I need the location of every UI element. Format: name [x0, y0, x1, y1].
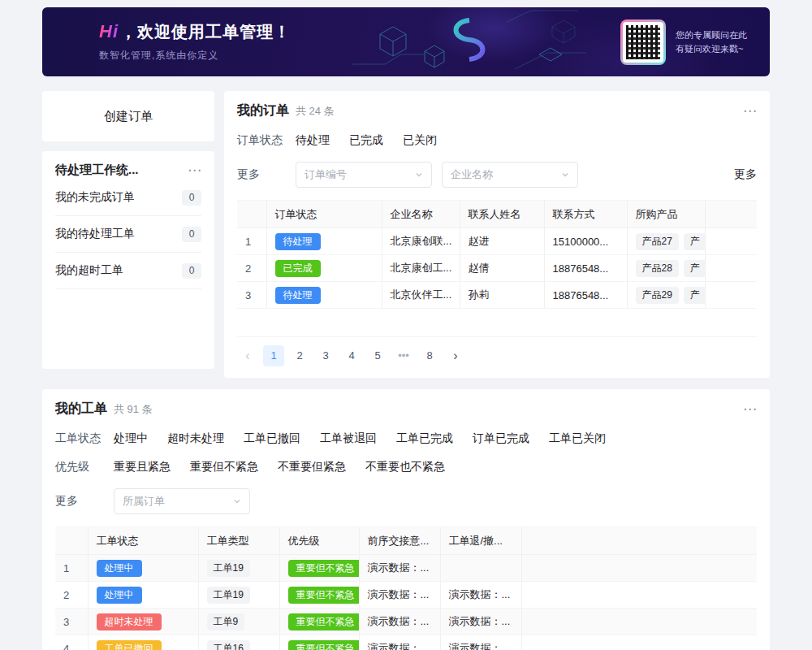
pagination-page[interactable]: 2: [289, 345, 310, 366]
contact-cell: 孙莉: [460, 282, 544, 309]
filler-cell: [521, 555, 757, 582]
filter-option[interactable]: 已关闭: [403, 133, 437, 148]
pagination-page[interactable]: 5: [367, 345, 388, 366]
my-tickets-panel: 我的工单 共 91 条 ⋯ 工单状态 处理中超时未处理工单已撤回工单被退回工单已…: [42, 389, 770, 650]
filter-option[interactable]: 待处理: [296, 133, 330, 148]
stat-item[interactable]: 我的待处理工单 0: [55, 216, 201, 253]
ticket-row[interactable]: 4 工单已撤回 工单16 重要但不紧急 演示数据：... 演示数据：...: [55, 635, 757, 650]
ticket-row[interactable]: 2 处理中 工单19 重要但不紧急 演示数据：... 演示数据：...: [55, 582, 757, 609]
banner-isometric-decoration-icon: [348, 7, 591, 76]
stats-list: 我的未完成订单 0 我的待处理工单 0 我的超时工单 0: [55, 180, 201, 289]
empty-table-row: [237, 309, 757, 337]
orders-more-link[interactable]: 更多: [734, 167, 757, 182]
ticket-status-badge: 超时未处理: [97, 613, 162, 630]
product-cell: 产品29产: [627, 282, 705, 309]
ticket-status-filter-label: 工单状态: [55, 431, 114, 446]
index-column-header: [55, 527, 88, 555]
parent-order-placeholder: 所属订单: [123, 494, 165, 509]
withdraw-cell: 演示数据：...: [440, 582, 521, 609]
column-header: 优先级: [279, 527, 359, 555]
index-column-header: [237, 201, 266, 228]
withdraw-cell: 演示数据：...: [440, 609, 521, 635]
banner-title-rest: ，欢迎使用工单管理！: [120, 23, 291, 41]
stat-item[interactable]: 我的未完成订单 0: [55, 180, 201, 216]
filter-option[interactable]: 重要且紧急: [114, 460, 171, 474]
stat-count-badge: 0: [182, 190, 201, 206]
order-status-badge: 待处理: [275, 233, 321, 250]
pagination-page[interactable]: 4: [341, 345, 362, 366]
my-orders-panel: 我的订单 共 24 条 ⋯ 订单状态 待处理已完成已关闭 更多 订单编号 企业名…: [224, 91, 770, 378]
pagination-pages: 12345•••8: [263, 345, 440, 366]
company-cell: 北京伙伴工...: [382, 282, 460, 309]
chevron-down-icon: [233, 497, 241, 505]
pagination-prev-icon[interactable]: ‹: [237, 345, 258, 366]
withdraw-cell: 演示数据：...: [440, 635, 521, 650]
tickets-table: 工单状态 工单类型 优先级 前序交接意... 工单退/撤... 1 处理中 工单…: [55, 526, 757, 650]
more-menu-icon[interactable]: ⋯: [188, 163, 201, 177]
filter-option[interactable]: 处理中: [114, 431, 148, 446]
more-menu-icon[interactable]: ⋯: [743, 402, 757, 416]
banner-consultant-block: 您的专属顾问在此 有疑问欢迎来戳~: [620, 20, 747, 65]
column-header: 前序交接意...: [359, 527, 440, 555]
order-status-badge: 已完成: [275, 260, 321, 277]
priority-filter-row: 优先级 重要且紧急重要但不紧急不重要但紧急不重要也不紧急: [55, 460, 757, 474]
ticket-row[interactable]: 3 超时未处理 工单9 重要但不紧急 演示数据：... 演示数据：...: [55, 609, 757, 635]
filter-option[interactable]: 超时未处理: [167, 431, 224, 446]
pagination-page[interactable]: •••: [393, 345, 414, 366]
filler-column-header: [521, 527, 757, 555]
filter-option[interactable]: 工单已撤回: [244, 431, 300, 446]
priority-badge: 重要但不紧急: [288, 613, 360, 630]
order-status-filter-label: 订单状态: [237, 133, 296, 148]
filler-cell: [705, 282, 757, 309]
filler-cell: [705, 228, 757, 255]
stat-item[interactable]: 我的超时工单 0: [55, 253, 201, 289]
banner-text-block: Hi，欢迎使用工单管理！ 数智化管理,系统由你定义: [42, 21, 291, 63]
filter-option[interactable]: 订单已完成: [473, 431, 529, 446]
orders-more-filter-row: 更多 订单编号 企业名称 更多: [237, 162, 757, 188]
qr-caption-line1: 您的专属顾问在此: [676, 28, 747, 42]
create-order-label: 创建订单: [104, 109, 153, 124]
filter-option[interactable]: 工单已关闭: [549, 431, 606, 446]
order-number-select[interactable]: 订单编号: [296, 162, 432, 188]
orders-table: 订单状态 企业名称 联系人姓名 联系方式 所购产品 1 待处理 北京康: [237, 200, 757, 337]
orders-panel-title: 我的订单: [237, 102, 289, 119]
priority-badge: 重要但不紧急: [288, 560, 360, 577]
order-row[interactable]: 2 已完成 北京康创工... 赵倩 18876548... 产品28产: [237, 255, 757, 282]
pagination-page[interactable]: 3: [315, 345, 336, 366]
ticket-row[interactable]: 1 处理中 工单19 重要但不紧急 演示数据：...: [55, 555, 757, 582]
column-header: 订单状态: [266, 201, 382, 228]
orders-table-header-row: 订单状态 企业名称 联系人姓名 联系方式 所购产品: [237, 201, 757, 228]
priority-badge: 重要但不紧急: [288, 640, 360, 650]
pagination-page[interactable]: 1: [263, 345, 284, 366]
filter-option[interactable]: 不重要但紧急: [278, 460, 346, 474]
filter-option[interactable]: 工单被退回: [320, 431, 377, 446]
column-header: 联系人姓名: [460, 201, 544, 228]
create-order-button[interactable]: 创建订单: [42, 91, 214, 141]
orders-count: 共 24 条: [296, 104, 335, 119]
phone-cell: 18876548...: [544, 282, 627, 309]
handover-cell: 演示数据：...: [359, 582, 440, 609]
filter-option[interactable]: 已完成: [349, 133, 383, 148]
product-tag: 产品28: [636, 260, 679, 277]
phone-cell: 18876548...: [544, 255, 627, 282]
ticket-status-badge: 处理中: [97, 560, 142, 577]
tickets-more-label[interactable]: 更多: [55, 494, 114, 509]
more-menu-icon[interactable]: ⋯: [743, 104, 757, 118]
column-header: 联系方式: [544, 201, 627, 228]
priority-filter-label: 优先级: [55, 460, 114, 474]
filter-option[interactable]: 不重要也不紧急: [365, 460, 445, 474]
qr-caption: 您的专属顾问在此 有疑问欢迎来戳~: [676, 28, 747, 56]
stat-count-badge: 0: [182, 227, 201, 242]
orders-more-label[interactable]: 更多: [237, 167, 296, 182]
handover-cell: 演示数据：...: [359, 635, 440, 650]
filter-option[interactable]: 工单已完成: [396, 431, 453, 446]
filter-option[interactable]: 重要但不紧急: [190, 460, 258, 474]
order-row[interactable]: 3 待处理 北京伙伴工... 孙莉 18876548... 产品29产: [237, 282, 757, 309]
pagination-page[interactable]: 8: [419, 345, 440, 366]
order-row[interactable]: 1 待处理 北京康创联... 赵进 15100000... 产品27产: [237, 228, 757, 255]
parent-order-select[interactable]: 所属订单: [114, 488, 250, 514]
tickets-count: 共 91 条: [114, 402, 153, 417]
company-name-select[interactable]: 企业名称: [442, 162, 578, 188]
pagination-next-icon[interactable]: ›: [445, 345, 466, 366]
chevron-down-icon: [561, 171, 569, 179]
